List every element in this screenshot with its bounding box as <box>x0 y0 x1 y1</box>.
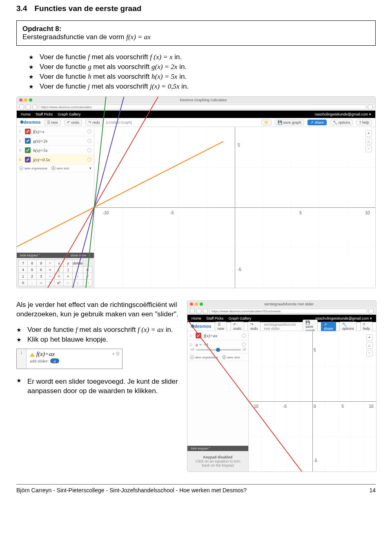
nav-staff-picks[interactable]: Staff Picks <box>206 316 223 320</box>
url-field[interactable]: https://www.desmos.com/calculator <box>39 105 366 109</box>
refresh-icon[interactable] <box>32 105 37 109</box>
keypad-key[interactable]: 4 <box>19 267 28 273</box>
keypad-key[interactable]: ↑ <box>73 273 83 280</box>
keypad-key[interactable]: 9 <box>37 260 46 267</box>
minimize-icon[interactable] <box>195 302 198 306</box>
slider-row[interactable]: 2a = −1 -1010 <box>187 340 248 354</box>
section-title: Functies van de eerste graad <box>34 4 141 13</box>
chevron-icon[interactable]: ◂ <box>112 351 114 356</box>
nav-home[interactable]: Home <box>192 316 201 320</box>
maximize-icon[interactable] <box>29 98 32 102</box>
keypad-key[interactable]: 0 <box>19 280 28 286</box>
reader-icon[interactable] <box>368 105 373 109</box>
zoom-home-button[interactable]: ⌂ <box>366 342 373 349</box>
keypad-key[interactable]: 3 <box>37 273 46 280</box>
keypad-key[interactable]: 6 <box>37 267 46 273</box>
trash-icon[interactable]: 🗑 <box>116 351 120 356</box>
nav-graph-gallery[interactable]: Graph Gallery <box>228 316 251 320</box>
color-swatch[interactable] <box>25 157 31 162</box>
redo-button[interactable]: ↷ redo <box>247 322 261 331</box>
gear-icon[interactable] <box>87 158 91 162</box>
refresh-icon[interactable] <box>203 309 208 314</box>
chevron-down-icon[interactable]: ▾ <box>89 166 91 170</box>
add-slider-button[interactable]: a <box>50 358 59 363</box>
color-swatch[interactable] <box>25 147 31 153</box>
keypad-key[interactable]: → <box>83 280 92 286</box>
forward-icon[interactable] <box>26 105 31 109</box>
url-field[interactable]: https://www.desmos.com/calculator/52usho… <box>209 309 367 314</box>
keypad-key[interactable]: ) <box>64 267 73 273</box>
graph-title[interactable]: [Untitled Graph] <box>106 120 132 125</box>
forward-icon[interactable] <box>196 309 201 314</box>
new-text-button[interactable]: Anew text <box>51 166 69 170</box>
slider-thumb[interactable] <box>216 348 220 352</box>
nav-user[interactable]: nascholingwiskunde@gmail.com ▾ <box>316 316 372 320</box>
zoom-in-button[interactable]: + <box>365 130 372 137</box>
back-icon[interactable] <box>19 105 24 109</box>
keypad-key[interactable]: ← <box>64 280 73 286</box>
keypad-key[interactable]: y <box>64 260 73 267</box>
color-swatch[interactable] <box>25 129 31 134</box>
section-heading: 3.4 Functies van de eerste graad <box>16 4 376 13</box>
help-button[interactable]: ? help <box>356 120 372 125</box>
new-text-button[interactable]: Anew text <box>222 355 240 359</box>
close-icon[interactable] <box>190 302 193 306</box>
keypad-key[interactable]: × <box>46 267 55 273</box>
new-button[interactable]: ☰ new <box>215 322 227 331</box>
keypad-key[interactable]: 5 <box>28 267 37 273</box>
keypad-key[interactable]: 7 <box>19 260 28 267</box>
maximize-icon[interactable] <box>200 302 203 306</box>
keypad-key[interactable]: 1 <box>19 273 28 280</box>
keypad-key[interactable]: = <box>37 280 46 286</box>
nav-home[interactable]: Home <box>21 112 31 116</box>
expression-row[interactable]: 2g(x)=2x <box>17 136 94 146</box>
save-button[interactable]: 💾 save graph <box>275 120 304 125</box>
keypad-key[interactable]: aᵇ <box>55 280 64 286</box>
keypad-toggle[interactable]: hide keypad ˅ <box>187 446 248 451</box>
expression-row[interactable]: 3h(x)=5x <box>17 146 94 155</box>
slider-max[interactable]: 10 <box>243 348 246 351</box>
zoom-out-button[interactable]: − <box>365 146 372 152</box>
nav-user[interactable]: nascholingwiskunde@gmail.com ▾ <box>315 112 371 116</box>
new-button[interactable]: ☰ new <box>44 120 61 125</box>
gear-icon[interactable] <box>87 148 91 152</box>
star-icon: ★ <box>16 327 22 333</box>
expression-row[interactable]: 4j(x)=0.5x <box>17 155 94 165</box>
options-button[interactable]: 🔧 options <box>330 120 353 125</box>
graph-title[interactable]: eerstegraadsfunctie met slider <box>264 322 296 331</box>
gear-icon[interactable] <box>242 334 246 338</box>
options-button[interactable]: 🔧 options <box>339 322 357 331</box>
keypad-key[interactable]: . <box>28 280 37 286</box>
keypad-key[interactable]: 2 <box>28 273 37 280</box>
zoom-out-button[interactable]: − <box>366 350 373 356</box>
graph-area[interactable]: -10 -5 0 5 10 5 -5 + ⌂ − <box>249 331 376 471</box>
undo-button[interactable]: ↶ undo <box>64 120 82 125</box>
expression-row[interactable]: 1f(x)=x <box>17 127 94 136</box>
gear-icon[interactable] <box>242 342 246 347</box>
slider-min[interactable]: -10 <box>190 348 194 351</box>
redo-button[interactable]: ↷ redo <box>85 120 103 125</box>
share-button[interactable]: ↗ share <box>321 322 336 331</box>
keypad-key[interactable]: 8 <box>28 260 37 267</box>
keypad-key[interactable]: > <box>64 273 73 280</box>
share-button[interactable]: ↗ share <box>307 120 327 125</box>
color-swatch[interactable] <box>25 138 31 144</box>
back-icon[interactable] <box>190 309 195 314</box>
help-button[interactable]: ? help <box>360 322 373 331</box>
slider-track[interactable] <box>196 349 241 351</box>
open-button[interactable]: 📁 <box>261 120 272 125</box>
graph-area[interactable]: -10 -5 5 10 5 -5 + ⌂ − <box>94 127 375 288</box>
keypad-key[interactable]: ÷ <box>46 260 55 267</box>
gear-icon[interactable] <box>87 139 91 143</box>
tick-label: -5 <box>314 458 317 463</box>
zoom-in-button[interactable]: + <box>366 334 373 341</box>
close-icon[interactable] <box>19 98 22 102</box>
undo-button[interactable]: ↶ undo <box>230 322 244 331</box>
nav-graph-gallery[interactable]: Graph Gallery <box>58 112 80 116</box>
reader-icon[interactable] <box>369 309 374 314</box>
nav-staff-picks[interactable]: Staff Picks <box>36 112 53 116</box>
new-expression-button[interactable]: +new expression <box>19 166 47 170</box>
minimize-icon[interactable] <box>24 98 27 102</box>
zoom-home-button[interactable]: ⌂ <box>365 138 372 145</box>
gear-icon[interactable] <box>87 129 91 133</box>
